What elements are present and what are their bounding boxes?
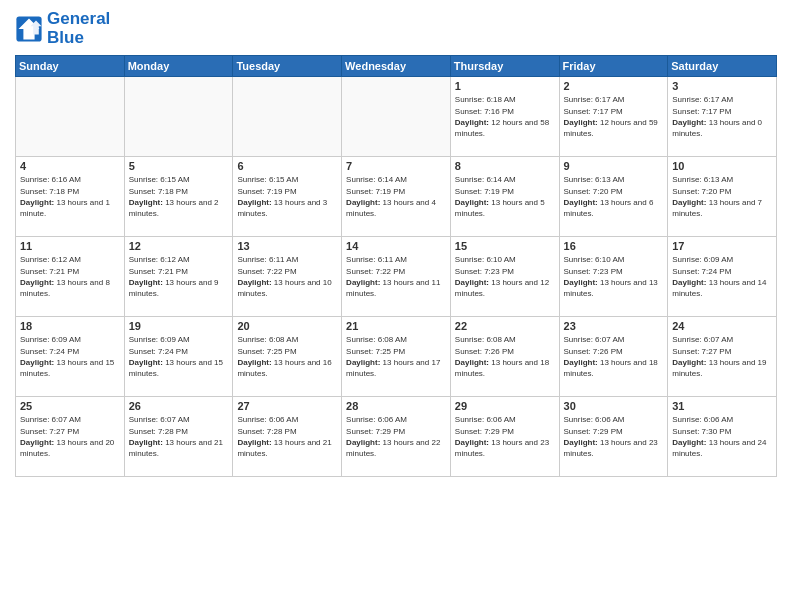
day-cell: 8Sunrise: 6:14 AMSunset: 7:19 PMDaylight… (450, 157, 559, 237)
day-number: 23 (564, 320, 664, 332)
day-number: 25 (20, 400, 120, 412)
day-cell: 19Sunrise: 6:09 AMSunset: 7:24 PMDayligh… (124, 317, 233, 397)
day-cell: 29Sunrise: 6:06 AMSunset: 7:29 PMDayligh… (450, 397, 559, 477)
day-number: 10 (672, 160, 772, 172)
day-info: Sunrise: 6:09 AMSunset: 7:24 PMDaylight:… (129, 334, 229, 379)
day-number: 20 (237, 320, 337, 332)
day-info: Sunrise: 6:12 AMSunset: 7:21 PMDaylight:… (20, 254, 120, 299)
header-tuesday: Tuesday (233, 56, 342, 77)
day-info: Sunrise: 6:13 AMSunset: 7:20 PMDaylight:… (564, 174, 664, 219)
day-cell: 17Sunrise: 6:09 AMSunset: 7:24 PMDayligh… (668, 237, 777, 317)
header-sunday: Sunday (16, 56, 125, 77)
page: General Blue Sunday Monday Tuesday Wedne… (0, 0, 792, 612)
day-info: Sunrise: 6:07 AMSunset: 7:27 PMDaylight:… (20, 414, 120, 459)
day-number: 6 (237, 160, 337, 172)
day-number: 14 (346, 240, 446, 252)
day-cell: 1Sunrise: 6:18 AMSunset: 7:16 PMDaylight… (450, 77, 559, 157)
day-cell: 9Sunrise: 6:13 AMSunset: 7:20 PMDaylight… (559, 157, 668, 237)
day-cell: 22Sunrise: 6:08 AMSunset: 7:26 PMDayligh… (450, 317, 559, 397)
day-cell (16, 77, 125, 157)
day-cell: 10Sunrise: 6:13 AMSunset: 7:20 PMDayligh… (668, 157, 777, 237)
header-wednesday: Wednesday (342, 56, 451, 77)
day-info: Sunrise: 6:11 AMSunset: 7:22 PMDaylight:… (237, 254, 337, 299)
day-cell: 4Sunrise: 6:16 AMSunset: 7:18 PMDaylight… (16, 157, 125, 237)
header-saturday: Saturday (668, 56, 777, 77)
day-number: 17 (672, 240, 772, 252)
day-number: 12 (129, 240, 229, 252)
day-number: 9 (564, 160, 664, 172)
day-cell: 3Sunrise: 6:17 AMSunset: 7:17 PMDaylight… (668, 77, 777, 157)
week-row-5: 25Sunrise: 6:07 AMSunset: 7:27 PMDayligh… (16, 397, 777, 477)
day-number: 28 (346, 400, 446, 412)
day-info: Sunrise: 6:06 AMSunset: 7:30 PMDaylight:… (672, 414, 772, 459)
header-friday: Friday (559, 56, 668, 77)
week-row-3: 11Sunrise: 6:12 AMSunset: 7:21 PMDayligh… (16, 237, 777, 317)
day-info: Sunrise: 6:06 AMSunset: 7:29 PMDaylight:… (564, 414, 664, 459)
day-cell: 21Sunrise: 6:08 AMSunset: 7:25 PMDayligh… (342, 317, 451, 397)
day-info: Sunrise: 6:08 AMSunset: 7:25 PMDaylight:… (237, 334, 337, 379)
day-cell (233, 77, 342, 157)
day-info: Sunrise: 6:06 AMSunset: 7:29 PMDaylight:… (346, 414, 446, 459)
day-cell: 31Sunrise: 6:06 AMSunset: 7:30 PMDayligh… (668, 397, 777, 477)
day-info: Sunrise: 6:07 AMSunset: 7:26 PMDaylight:… (564, 334, 664, 379)
day-number: 24 (672, 320, 772, 332)
day-cell: 23Sunrise: 6:07 AMSunset: 7:26 PMDayligh… (559, 317, 668, 397)
week-row-4: 18Sunrise: 6:09 AMSunset: 7:24 PMDayligh… (16, 317, 777, 397)
day-number: 15 (455, 240, 555, 252)
day-cell: 20Sunrise: 6:08 AMSunset: 7:25 PMDayligh… (233, 317, 342, 397)
header: General Blue (15, 10, 777, 47)
day-info: Sunrise: 6:11 AMSunset: 7:22 PMDaylight:… (346, 254, 446, 299)
day-info: Sunrise: 6:13 AMSunset: 7:20 PMDaylight:… (672, 174, 772, 219)
day-cell: 12Sunrise: 6:12 AMSunset: 7:21 PMDayligh… (124, 237, 233, 317)
day-info: Sunrise: 6:10 AMSunset: 7:23 PMDaylight:… (564, 254, 664, 299)
day-cell: 15Sunrise: 6:10 AMSunset: 7:23 PMDayligh… (450, 237, 559, 317)
day-info: Sunrise: 6:08 AMSunset: 7:26 PMDaylight:… (455, 334, 555, 379)
day-cell: 16Sunrise: 6:10 AMSunset: 7:23 PMDayligh… (559, 237, 668, 317)
day-number: 4 (20, 160, 120, 172)
day-info: Sunrise: 6:12 AMSunset: 7:21 PMDaylight:… (129, 254, 229, 299)
day-number: 16 (564, 240, 664, 252)
header-monday: Monday (124, 56, 233, 77)
day-number: 22 (455, 320, 555, 332)
day-cell: 28Sunrise: 6:06 AMSunset: 7:29 PMDayligh… (342, 397, 451, 477)
day-number: 3 (672, 80, 772, 92)
day-number: 13 (237, 240, 337, 252)
weekday-header-row: Sunday Monday Tuesday Wednesday Thursday… (16, 56, 777, 77)
day-number: 1 (455, 80, 555, 92)
day-number: 8 (455, 160, 555, 172)
day-cell: 7Sunrise: 6:14 AMSunset: 7:19 PMDaylight… (342, 157, 451, 237)
day-info: Sunrise: 6:15 AMSunset: 7:18 PMDaylight:… (129, 174, 229, 219)
day-info: Sunrise: 6:06 AMSunset: 7:29 PMDaylight:… (455, 414, 555, 459)
day-cell: 18Sunrise: 6:09 AMSunset: 7:24 PMDayligh… (16, 317, 125, 397)
day-number: 27 (237, 400, 337, 412)
logo-text: General Blue (47, 10, 110, 47)
day-number: 2 (564, 80, 664, 92)
day-info: Sunrise: 6:17 AMSunset: 7:17 PMDaylight:… (564, 94, 664, 139)
day-cell: 25Sunrise: 6:07 AMSunset: 7:27 PMDayligh… (16, 397, 125, 477)
day-info: Sunrise: 6:10 AMSunset: 7:23 PMDaylight:… (455, 254, 555, 299)
day-number: 31 (672, 400, 772, 412)
day-info: Sunrise: 6:17 AMSunset: 7:17 PMDaylight:… (672, 94, 772, 139)
day-number: 30 (564, 400, 664, 412)
day-info: Sunrise: 6:07 AMSunset: 7:28 PMDaylight:… (129, 414, 229, 459)
day-info: Sunrise: 6:08 AMSunset: 7:25 PMDaylight:… (346, 334, 446, 379)
day-number: 7 (346, 160, 446, 172)
day-info: Sunrise: 6:09 AMSunset: 7:24 PMDaylight:… (672, 254, 772, 299)
day-number: 5 (129, 160, 229, 172)
logo-icon (15, 15, 43, 43)
calendar: Sunday Monday Tuesday Wednesday Thursday… (15, 55, 777, 477)
day-info: Sunrise: 6:15 AMSunset: 7:19 PMDaylight:… (237, 174, 337, 219)
week-row-2: 4Sunrise: 6:16 AMSunset: 7:18 PMDaylight… (16, 157, 777, 237)
day-info: Sunrise: 6:14 AMSunset: 7:19 PMDaylight:… (346, 174, 446, 219)
day-cell: 2Sunrise: 6:17 AMSunset: 7:17 PMDaylight… (559, 77, 668, 157)
day-info: Sunrise: 6:06 AMSunset: 7:28 PMDaylight:… (237, 414, 337, 459)
day-number: 19 (129, 320, 229, 332)
day-info: Sunrise: 6:16 AMSunset: 7:18 PMDaylight:… (20, 174, 120, 219)
day-cell (342, 77, 451, 157)
week-row-1: 1Sunrise: 6:18 AMSunset: 7:16 PMDaylight… (16, 77, 777, 157)
day-cell: 26Sunrise: 6:07 AMSunset: 7:28 PMDayligh… (124, 397, 233, 477)
day-info: Sunrise: 6:09 AMSunset: 7:24 PMDaylight:… (20, 334, 120, 379)
day-number: 11 (20, 240, 120, 252)
day-cell: 24Sunrise: 6:07 AMSunset: 7:27 PMDayligh… (668, 317, 777, 397)
day-info: Sunrise: 6:14 AMSunset: 7:19 PMDaylight:… (455, 174, 555, 219)
